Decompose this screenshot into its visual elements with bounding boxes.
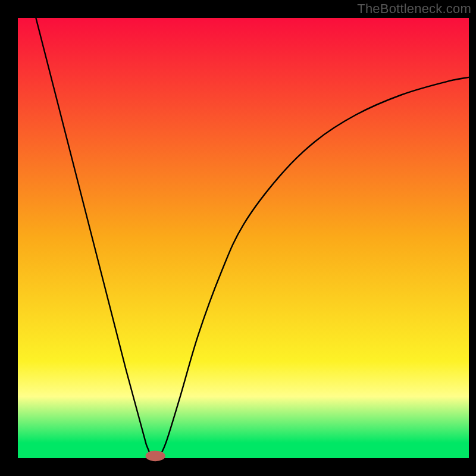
plot-background — [18, 18, 469, 458]
minimum-marker — [146, 450, 165, 461]
bottleneck-chart — [0, 0, 476, 476]
watermark-text: TheBottleneck.com — [357, 1, 471, 17]
chart-frame: TheBottleneck.com — [0, 0, 476, 476]
